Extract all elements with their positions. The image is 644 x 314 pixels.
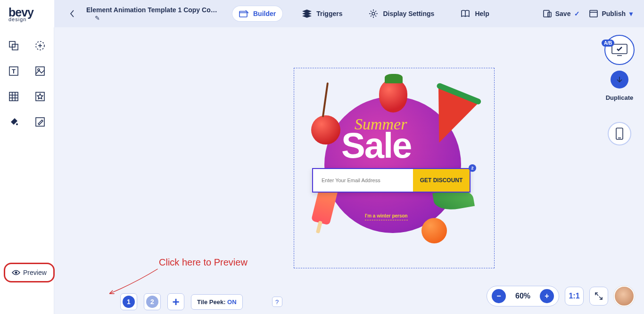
back-button[interactable] xyxy=(64,5,81,22)
tile-2-num: 2 xyxy=(146,296,158,308)
tool-fill[interactable] xyxy=(8,116,20,128)
gear-icon xyxy=(369,9,378,18)
preview-button[interactable]: Preview xyxy=(4,263,55,282)
winter-link[interactable]: I'm a winter person xyxy=(365,213,408,220)
help-bubble[interactable]: ? xyxy=(272,297,282,307)
tile-1[interactable]: 1 xyxy=(120,293,137,310)
canvas[interactable]: Summer Sale GET DISCOUNT 2 I'm a winter … xyxy=(54,27,644,314)
email-form[interactable]: GET DISCOUNT xyxy=(312,168,471,193)
save-label: Save xyxy=(555,10,571,17)
publish-button[interactable]: Publish ▾ xyxy=(586,8,636,19)
svg-text:T: T xyxy=(12,68,16,75)
tool-layers[interactable] xyxy=(8,40,20,52)
chevron-left-icon xyxy=(69,9,75,18)
sale-text[interactable]: Sale xyxy=(341,125,411,166)
mobile-icon xyxy=(615,127,624,140)
tab-label: Builder xyxy=(253,10,276,17)
browser-icon xyxy=(589,10,598,17)
zoom-control: − 60% + xyxy=(487,286,559,306)
tile-peek-label: Tile Peek: xyxy=(197,298,225,306)
tool-edit[interactable] xyxy=(34,116,46,128)
tile-add[interactable]: + xyxy=(167,293,184,310)
tab-builder[interactable]: Builder xyxy=(232,6,282,21)
publish-label: Publish xyxy=(602,10,626,17)
builder-icon xyxy=(239,10,248,17)
triggers-icon xyxy=(302,9,312,18)
tile-2[interactable]: 2 xyxy=(144,293,161,310)
svg-rect-4 xyxy=(544,10,549,17)
discount-button[interactable]: GET DISCOUNT xyxy=(413,169,470,192)
svg-line-30 xyxy=(595,293,598,296)
tile-1-num: 1 xyxy=(123,296,135,308)
logo[interactable]: bevy design xyxy=(0,0,54,27)
layer-badge[interactable]: 2 xyxy=(469,164,476,172)
tab-help[interactable]: Help xyxy=(454,6,495,21)
device-icon xyxy=(543,10,552,17)
svg-rect-17 xyxy=(9,92,18,101)
duplicate-label: Duplicate xyxy=(606,94,634,101)
email-input[interactable] xyxy=(313,169,413,192)
annotation-text: Click here to Preview xyxy=(159,257,248,268)
tool-text[interactable]: T xyxy=(8,65,20,77)
svg-rect-6 xyxy=(590,10,597,17)
svg-point-23 xyxy=(16,123,18,125)
zoom-out[interactable]: − xyxy=(492,289,506,303)
document-title[interactable]: Element Animation Template 1 Copy Cop... xyxy=(86,6,218,14)
tab-label: Triggers xyxy=(316,10,342,17)
tile-peek-value: ON xyxy=(227,298,237,306)
tool-star[interactable] xyxy=(34,90,46,103)
check-icon: ✓ xyxy=(574,10,580,17)
svg-point-32 xyxy=(15,272,17,274)
tab-label: Help xyxy=(475,10,489,17)
tab-label: Display Settings xyxy=(383,10,434,17)
svg-rect-0 xyxy=(239,11,247,17)
arrow-down-icon xyxy=(615,75,624,84)
zoom-fit[interactable]: 1:1 xyxy=(565,287,584,306)
orange-graphic xyxy=(421,218,447,243)
chevron-down-icon: ▾ xyxy=(629,10,633,17)
pencil-icon[interactable]: ✎ xyxy=(86,15,218,22)
svg-point-2 xyxy=(372,12,375,15)
strawberry-graphic xyxy=(379,80,407,113)
help-book-icon xyxy=(461,10,470,17)
tool-image[interactable] xyxy=(34,65,46,77)
mobile-preview-bubble[interactable] xyxy=(608,122,631,145)
preview-label: Preview xyxy=(23,269,47,276)
tab-display-settings[interactable]: Display Settings xyxy=(362,5,441,22)
duplicate-button[interactable] xyxy=(611,71,628,89)
zoom-in[interactable]: + xyxy=(540,289,554,303)
tool-grid[interactable] xyxy=(8,90,20,103)
ab-badge: A/B xyxy=(602,40,614,47)
selection-bounds[interactable]: Summer Sale GET DISCOUNT 2 I'm a winter … xyxy=(294,68,495,268)
svg-line-31 xyxy=(599,297,602,299)
expand-icon xyxy=(594,292,603,300)
tab-triggers[interactable]: Triggers xyxy=(296,6,349,22)
zoom-value: 60% xyxy=(512,292,534,300)
eye-icon xyxy=(12,269,20,276)
tool-add-node[interactable] xyxy=(34,40,46,52)
user-avatar[interactable] xyxy=(614,286,635,306)
expand-button[interactable] xyxy=(589,287,608,306)
cherry-graphic xyxy=(311,115,340,145)
tile-peek-toggle[interactable]: Tile Peek: ON xyxy=(191,294,243,310)
save-button[interactable]: Save ✓ xyxy=(540,8,583,19)
